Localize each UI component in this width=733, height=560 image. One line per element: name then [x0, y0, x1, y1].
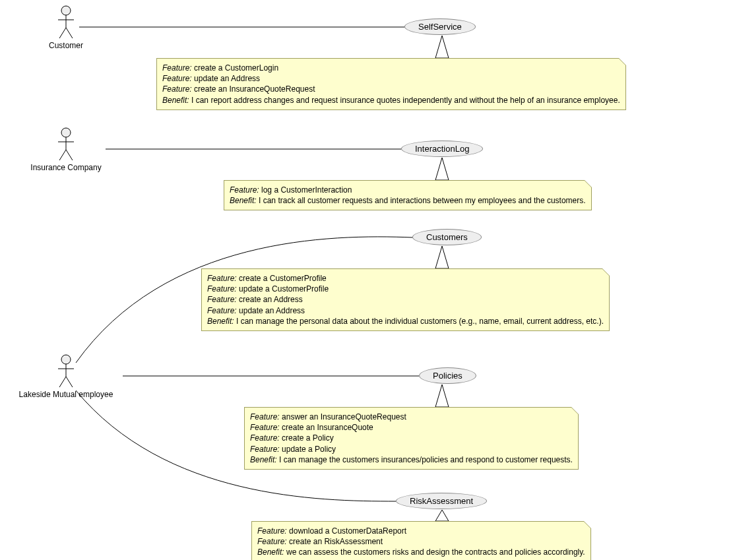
note-line-value: I can track all customer requests and in…: [259, 196, 586, 205]
note-line-key: Feature:: [207, 274, 239, 283]
note-line-value: we can assess the customers risks and de…: [286, 547, 585, 557]
svg-point-3: [61, 6, 71, 15]
note-riskassessment: Feature: download a CustomerDataReportFe…: [251, 521, 591, 560]
note-line-value: create an InsuranceQuoteRequest: [194, 84, 315, 94]
note-line-key: Feature:: [162, 63, 194, 73]
note-line: Feature: create an RiskAssessment: [257, 536, 585, 547]
note-line: Feature: update an Address: [207, 305, 604, 316]
note-line-value: I can report address changes and request…: [191, 96, 620, 105]
actor-customer: Customer: [13, 5, 119, 50]
svg-line-6: [59, 28, 66, 38]
note-line-value: create an Address: [239, 295, 303, 304]
note-line-key: Benefit:: [162, 96, 191, 105]
note-line: Feature: download a CustomerDataReport: [257, 526, 585, 536]
stick-figure-icon: [57, 5, 75, 40]
note-line: Feature: create a Policy: [250, 433, 573, 443]
note-line-key: Feature:: [162, 84, 194, 94]
note-policies: Feature: answer an InsuranceQuoteRequest…: [244, 407, 579, 470]
note-line: Feature: log a CustomerInteraction: [230, 185, 586, 195]
note-line-key: Benefit:: [250, 455, 279, 464]
actor-label: Insurance Company: [13, 163, 119, 172]
note-line-value: answer an InsuranceQuoteRequest: [282, 412, 406, 421]
note-line: Benefit: I can report address changes an…: [162, 95, 620, 106]
note-line-key: Feature:: [250, 445, 282, 454]
note-customers: Feature: create a CustomerProfileFeature…: [201, 268, 610, 331]
note-line-key: Feature:: [207, 295, 239, 304]
note-line-key: Feature:: [257, 526, 289, 536]
note-line-key: Feature:: [257, 537, 289, 546]
usecase-policies: Policies: [419, 367, 476, 384]
note-line-key: Feature:: [230, 185, 261, 195]
svg-line-11: [59, 150, 66, 160]
note-line-value: download a CustomerDataReport: [289, 526, 406, 536]
svg-point-8: [61, 128, 71, 137]
note-line: Feature: create an InsuranceQuoteRequest: [162, 84, 620, 94]
note-line-key: Benefit:: [207, 317, 236, 326]
note-line-key: Feature:: [162, 74, 194, 83]
actor-insurance-company: Insurance Company: [13, 127, 119, 172]
svg-line-7: [66, 28, 73, 38]
usecase-customers: Customers: [412, 229, 482, 245]
note-line-value: I can manage the personal data about the…: [236, 317, 604, 326]
actor-label: Lakeside Mutual employee: [13, 390, 119, 399]
svg-point-13: [61, 355, 71, 364]
note-line: Benefit: we can assess the customers ris…: [257, 547, 585, 557]
note-line-value: create an InsuranceQuote: [282, 423, 373, 432]
svg-line-16: [59, 377, 66, 387]
note-line: Benefit: I can manage the customers insu…: [250, 454, 573, 465]
note-line-value: create a CustomerProfile: [239, 274, 327, 283]
note-line-value: I can manage the customers insurances/po…: [279, 455, 573, 464]
note-line-value: create an RiskAssessment: [289, 537, 383, 546]
note-line: Benefit: I can manage the personal data …: [207, 316, 604, 327]
note-line: Feature: create a CustomerProfile: [207, 273, 604, 284]
svg-line-17: [66, 377, 73, 387]
note-line-key: Feature:: [207, 306, 239, 315]
note-line: Feature: create an InsuranceQuote: [250, 422, 573, 433]
note-line: Feature: answer an InsuranceQuoteRequest: [250, 412, 573, 422]
note-line-value: update a Policy: [282, 445, 336, 454]
note-line-value: log a CustomerInteraction: [261, 185, 352, 195]
note-line-key: Benefit:: [230, 196, 259, 205]
note-selfservice: Feature: create a CustomerLoginFeature: …: [156, 58, 626, 110]
note-line-value: update a CustomerProfile: [239, 284, 329, 294]
note-interactionlog: Feature: log a CustomerInteractionBenefi…: [224, 180, 592, 210]
note-line: Feature: create an Address: [207, 294, 604, 305]
note-line-value: update an Address: [194, 74, 260, 83]
note-line: Feature: create a CustomerLogin: [162, 63, 620, 73]
note-line-value: update an Address: [239, 306, 305, 315]
actor-lakeside-employee: Lakeside Mutual employee: [13, 354, 119, 399]
note-line-key: Benefit:: [257, 547, 286, 557]
note-line-key: Feature:: [250, 433, 282, 443]
note-line-value: create a CustomerLogin: [194, 63, 278, 73]
note-line-key: Feature:: [250, 423, 282, 432]
actor-label: Customer: [13, 41, 119, 50]
usecase-interactionlog: InteractionLog: [401, 140, 483, 157]
usecase-selfservice: SelfService: [404, 18, 476, 35]
svg-line-12: [66, 150, 73, 160]
note-line: Feature: update a Policy: [250, 444, 573, 454]
note-line-value: create a Policy: [282, 433, 334, 443]
note-line-key: Feature:: [250, 412, 282, 421]
stick-figure-icon: [57, 127, 75, 162]
usecase-riskassessment: RiskAssessment: [396, 493, 487, 509]
note-line-key: Feature:: [207, 284, 239, 294]
note-line: Benefit: I can track all customer reques…: [230, 195, 586, 206]
note-line: Feature: update an Address: [162, 73, 620, 84]
stick-figure-icon: [57, 354, 75, 389]
note-line: Feature: update a CustomerProfile: [207, 284, 604, 294]
